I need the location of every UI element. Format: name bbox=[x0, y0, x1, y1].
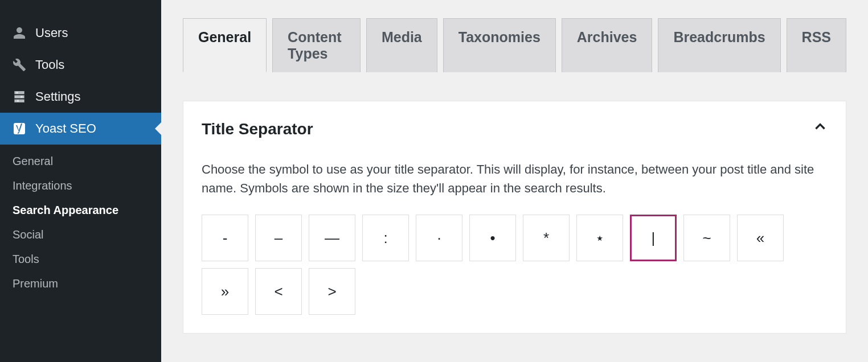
submenu-item-general[interactable]: General bbox=[0, 149, 161, 174]
user-icon bbox=[11, 25, 27, 41]
settings-tabs: General Content Types Media Taxonomies A… bbox=[183, 18, 846, 72]
panel-header[interactable]: Title Separator bbox=[202, 120, 828, 138]
separator-colon[interactable]: : bbox=[362, 215, 409, 261]
submenu-item-tools[interactable]: Tools bbox=[0, 247, 161, 272]
admin-sidebar: Users Tools Settings Yoast SEO General I… bbox=[0, 0, 161, 362]
tab-general[interactable]: General bbox=[183, 18, 267, 72]
tab-media[interactable]: Media bbox=[366, 18, 437, 72]
chevron-up-icon bbox=[813, 120, 828, 138]
separator-middot[interactable]: · bbox=[416, 215, 462, 261]
sidebar-item-yoast-seo[interactable]: Yoast SEO bbox=[0, 113, 161, 145]
sidebar-item-tools[interactable]: Tools bbox=[0, 49, 161, 81]
sidebar-item-label: Users bbox=[35, 26, 68, 40]
wrench-icon bbox=[11, 57, 27, 73]
separator-ndash[interactable]: – bbox=[255, 215, 302, 261]
separator-options: - – — : · • * ⋆ | ~ « » < > bbox=[202, 215, 828, 315]
separator-pipe[interactable]: | bbox=[630, 215, 677, 261]
separator-lt[interactable]: < bbox=[255, 268, 302, 315]
separator-laquo[interactable]: « bbox=[737, 215, 784, 261]
tab-taxonomies[interactable]: Taxonomies bbox=[443, 18, 556, 72]
submenu-item-integrations[interactable]: Integrations bbox=[0, 174, 161, 198]
yoast-icon bbox=[11, 121, 27, 137]
sidebar-item-label: Tools bbox=[35, 57, 64, 72]
separator-mdash[interactable]: — bbox=[309, 215, 355, 261]
sidebar-item-users[interactable]: Users bbox=[0, 17, 161, 49]
yoast-submenu: General Integrations Search Appearance S… bbox=[0, 145, 161, 303]
svg-rect-1 bbox=[21, 96, 22, 97]
separator-gt[interactable]: > bbox=[309, 268, 355, 315]
main-content: General Content Types Media Taxonomies A… bbox=[161, 0, 868, 362]
separator-raquo[interactable]: » bbox=[202, 268, 248, 315]
tab-archives[interactable]: Archives bbox=[562, 18, 653, 72]
panel-title: Title Separator bbox=[202, 120, 313, 138]
panel-description: Choose the symbol to use as your title s… bbox=[202, 160, 828, 198]
separator-tilde[interactable]: ~ bbox=[683, 215, 730, 261]
separator-star[interactable]: ⋆ bbox=[576, 215, 623, 261]
submenu-item-premium[interactable]: Premium bbox=[0, 272, 161, 296]
tab-content-types[interactable]: Content Types bbox=[272, 18, 361, 72]
separator-bullet[interactable]: • bbox=[469, 215, 516, 261]
sliders-icon bbox=[11, 89, 27, 105]
separator-asterisk[interactable]: * bbox=[523, 215, 570, 261]
submenu-item-social[interactable]: Social bbox=[0, 223, 161, 247]
svg-rect-2 bbox=[17, 100, 19, 102]
svg-rect-0 bbox=[17, 92, 18, 93]
title-separator-panel: Title Separator Choose the symbol to use… bbox=[183, 101, 846, 334]
tab-breadcrumbs[interactable]: Breadcrumbs bbox=[658, 18, 780, 72]
separator-dash[interactable]: - bbox=[202, 215, 248, 261]
submenu-item-search-appearance[interactable]: Search Appearance bbox=[0, 198, 161, 223]
tab-rss[interactable]: RSS bbox=[787, 18, 846, 72]
sidebar-item-settings[interactable]: Settings bbox=[0, 81, 161, 113]
sidebar-item-label: Yoast SEO bbox=[35, 121, 96, 136]
sidebar-item-label: Settings bbox=[35, 89, 81, 104]
